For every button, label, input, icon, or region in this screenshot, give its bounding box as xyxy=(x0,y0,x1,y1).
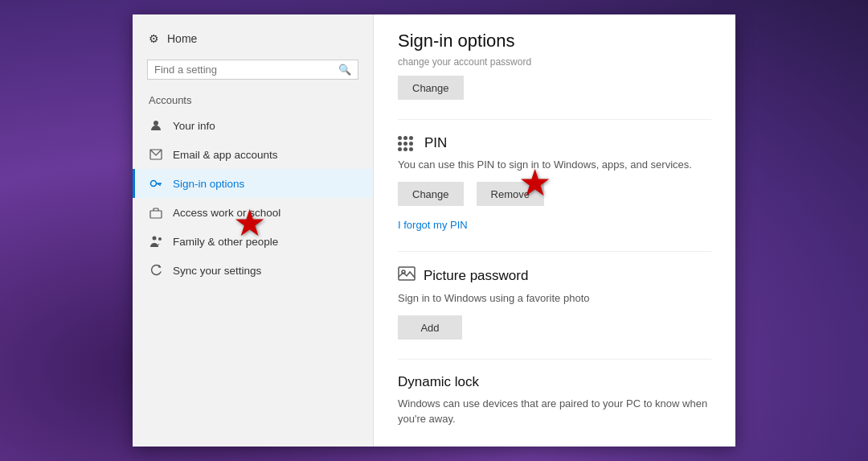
search-box: 🔍 xyxy=(147,60,358,80)
forgot-pin-link[interactable]: I forgot my PIN xyxy=(398,219,468,231)
picture-password-description: Sign in to Windows using a favorite phot… xyxy=(398,291,711,306)
watermark: UG≤TRS xyxy=(692,434,733,443)
sidebar-item-label: Sync your settings xyxy=(173,265,261,277)
picture-password-title: Picture password xyxy=(424,268,528,284)
home-label: Home xyxy=(167,32,197,45)
search-icon: 🔍 xyxy=(338,64,351,76)
picture-password-icon xyxy=(398,266,416,285)
dynamic-lock-section: Dynamic lock Windows can use devices tha… xyxy=(398,359,711,426)
pin-section-description: You can use this PIN to sign in to Windo… xyxy=(398,158,711,172)
pin-section: PIN You can use this PIN to sign in to W… xyxy=(398,119,711,232)
change-password-button[interactable]: Change xyxy=(398,76,464,100)
sidebar-item-label: Access work or school xyxy=(173,207,280,219)
sidebar-item-email-app-accounts[interactable]: Email & app accounts xyxy=(133,140,373,169)
sidebar-section-title: Accounts xyxy=(133,91,373,111)
home-nav-item[interactable]: ⚙ Home xyxy=(133,24,373,53)
sidebar-item-sync-settings[interactable]: Sync your settings xyxy=(133,256,373,285)
sidebar-item-family-other-people[interactable]: Family & other people xyxy=(133,227,373,256)
pin-dots-icon xyxy=(398,134,416,151)
main-content: Sign-in options change your account pass… xyxy=(374,14,735,447)
sidebar-item-sign-in-options[interactable]: Sign-in options xyxy=(133,169,373,198)
pin-change-button[interactable]: Change xyxy=(398,182,464,206)
svg-point-7 xyxy=(153,237,157,241)
key-icon xyxy=(149,176,163,191)
picture-password-header: Picture password xyxy=(398,266,711,285)
email-icon xyxy=(149,147,163,162)
family-icon xyxy=(149,234,163,249)
svg-point-2 xyxy=(151,181,157,187)
scroll-hint-text: change your account password xyxy=(398,56,711,68)
pin-section-title: PIN xyxy=(424,135,447,151)
dynamic-lock-description: Windows can use devices that are paired … xyxy=(398,397,711,426)
svg-point-8 xyxy=(158,237,162,241)
sidebar-item-label: Sign-in options xyxy=(173,178,244,190)
briefcase-icon xyxy=(149,205,163,220)
svg-rect-6 xyxy=(150,211,162,218)
picture-password-add-button[interactable]: Add xyxy=(398,315,462,340)
sidebar-item-label: Family & other people xyxy=(173,236,278,248)
sync-icon xyxy=(149,263,163,278)
page-title: Sign-in options xyxy=(398,31,711,51)
pin-section-header: PIN xyxy=(398,134,711,151)
picture-password-section: Picture password Sign in to Windows usin… xyxy=(398,251,711,340)
dynamic-lock-header: Dynamic lock xyxy=(398,374,711,390)
gear-icon: ⚙ xyxy=(149,32,159,45)
sidebar-item-access-work-school[interactable]: Access work or school xyxy=(133,198,373,227)
sidebar-item-your-info[interactable]: Your info xyxy=(133,111,373,140)
pin-remove-button[interactable]: Remove xyxy=(477,182,544,206)
person-icon xyxy=(149,118,163,133)
sidebar-item-label: Your info xyxy=(173,120,215,132)
dynamic-lock-title: Dynamic lock xyxy=(398,374,479,390)
sidebar: ⚙ Home 🔍 Accounts Your info Email & app … xyxy=(133,14,374,447)
sidebar-item-label: Email & app accounts xyxy=(173,149,278,161)
settings-window: ⚙ Home 🔍 Accounts Your info Email & app … xyxy=(133,14,735,447)
svg-point-0 xyxy=(154,121,158,126)
svg-rect-9 xyxy=(399,267,415,280)
search-input[interactable] xyxy=(154,64,334,76)
